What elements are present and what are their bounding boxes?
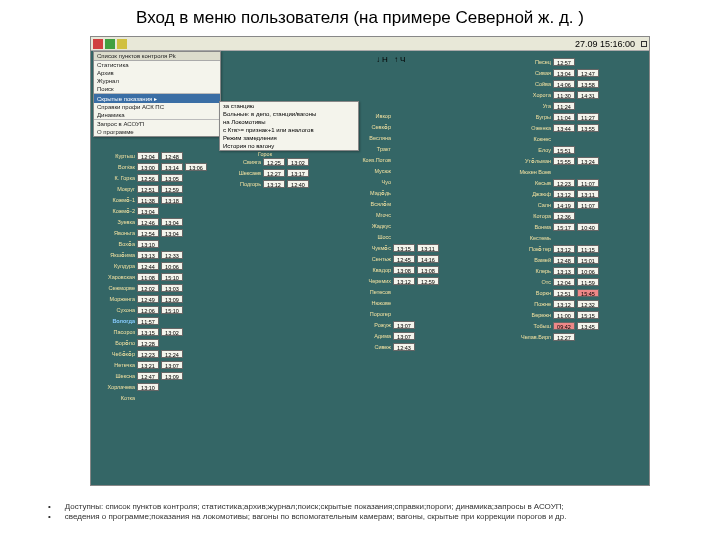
time-value[interactable]: 12:57 [553,58,575,66]
time-value[interactable]: 13:07 [393,321,415,329]
menu-item[interactable]: Динамика [94,111,220,119]
time-value[interactable]: 11:30 [553,91,575,99]
context-menu[interactable]: Список пунктов контроля Pk СтатистикаАрх… [93,51,221,137]
time-value[interactable]: 12:45 [393,255,415,263]
time-value[interactable]: 12:23 [137,350,159,358]
time-value[interactable]: 13:18 [161,196,183,204]
time-value[interactable]: 12:51 [137,185,159,193]
menu-item[interactable]: Справки профи АСК ПС [94,103,220,111]
time-value[interactable]: 15:17 [553,223,575,231]
time-value[interactable]: 13:04 [553,69,575,77]
time-value[interactable]: 14:06 [553,80,575,88]
time-value[interactable]: 13:08 [393,266,415,274]
submenu-item[interactable]: История по вагону [220,142,358,150]
time-value[interactable]: 13:15 [137,328,159,336]
time-value[interactable]: 11:15 [577,245,599,253]
time-value[interactable]: 11:38 [137,196,159,204]
time-value[interactable]: 12:23 [553,179,575,187]
time-value[interactable]: 12:49 [137,295,159,303]
time-value[interactable]: 15:10 [161,306,183,314]
time-value[interactable]: 13:03 [161,284,183,292]
time-value[interactable]: 14:19 [553,201,575,209]
submenu-item[interactable]: с Ктв>= признак+1 или аналогов [220,126,358,134]
time-value[interactable]: 09:42 [553,322,575,330]
time-value[interactable]: 15:51 [553,146,575,154]
time-value[interactable]: 12:33 [161,251,183,259]
tb-icon-2[interactable] [105,39,115,49]
time-value[interactable]: 12:44 [137,262,159,270]
time-value[interactable]: 13:44 [553,124,575,132]
tb-icon-1[interactable] [93,39,103,49]
time-value[interactable]: 13:12 [553,245,575,253]
time-value[interactable]: 12:36 [553,212,575,220]
time-value[interactable]: 10:40 [577,223,599,231]
time-value[interactable]: 15:15 [577,311,599,319]
time-value[interactable]: 13:14 [161,163,183,171]
menu-item[interactable]: Запрос в АСОУП [94,120,220,128]
time-value[interactable]: 12:32 [577,300,599,308]
time-value[interactable]: 13:04 [161,229,183,237]
time-value[interactable]: 13:07 [393,332,415,340]
time-value[interactable]: 13:15 [393,244,415,252]
time-value[interactable]: 12:27 [263,169,285,177]
time-value[interactable]: 13:12 [393,277,415,285]
submenu-item[interactable]: Больные: в депо, станции/вагоны [220,110,358,118]
time-value[interactable]: 12:04 [553,278,575,286]
time-value[interactable]: 13:12 [553,190,575,198]
time-value[interactable]: 12:06 [137,306,159,314]
time-value[interactable]: 13:06 [185,163,207,171]
time-value[interactable]: 11:57 [137,317,159,325]
menu-item[interactable]: Архив [94,69,220,77]
time-value[interactable]: 11:27 [577,113,599,121]
time-value[interactable]: 12:48 [161,152,183,160]
time-value[interactable]: 12:48 [553,256,575,264]
time-value[interactable]: 12:04 [137,152,159,160]
time-value[interactable]: 12:46 [137,218,159,226]
time-value[interactable]: 13:13 [137,251,159,259]
time-value[interactable]: 12:47 [577,69,599,77]
menu-item[interactable]: Журнал [94,77,220,85]
time-value[interactable]: 13:09 [161,295,183,303]
time-value[interactable]: 11:07 [577,201,599,209]
time-value[interactable]: 12:59 [417,277,439,285]
time-value[interactable]: 13:17 [287,169,309,177]
time-value[interactable]: 13:00 [137,163,159,171]
time-value[interactable]: 13:10 [137,240,159,248]
menu-item[interactable]: Статистика [94,61,220,69]
time-value[interactable]: 12:02 [137,284,159,292]
time-value[interactable]: 13:13 [553,267,575,275]
time-value[interactable]: 13:10 [137,383,159,391]
time-value[interactable]: 13:07 [161,361,183,369]
time-value[interactable]: 12:40 [287,180,309,188]
time-value[interactable]: 14:31 [577,91,599,99]
tb-icon-3[interactable] [117,39,127,49]
time-value[interactable]: 13:11 [417,244,439,252]
time-value[interactable]: 11:04 [553,113,575,121]
time-value[interactable]: 12:27 [553,333,575,341]
menu-item[interactable]: Скрытые показания ▸ [94,94,220,103]
time-value[interactable]: 12:56 [137,174,159,182]
time-value[interactable]: 10:06 [577,267,599,275]
time-value[interactable]: 12:59 [161,185,183,193]
time-value[interactable]: 12:28 [137,339,159,347]
time-value[interactable]: 13:08 [417,266,439,274]
time-value[interactable]: 12:43 [393,343,415,351]
time-value[interactable]: 13:02 [161,328,183,336]
time-value[interactable]: 13:24 [577,157,599,165]
time-value[interactable]: 14:16 [417,255,439,263]
time-value[interactable]: 13:21 [137,361,159,369]
time-value[interactable]: 11:07 [577,179,599,187]
time-value[interactable]: 10:06 [161,262,183,270]
time-value[interactable]: 12:47 [137,372,159,380]
time-value[interactable]: 12:51 [553,289,575,297]
submenu-item[interactable]: Режим замедления [220,134,358,142]
time-value[interactable]: 13:12 [553,300,575,308]
context-submenu[interactable]: за станциюБольные: в депо, станции/вагон… [219,101,359,151]
time-value[interactable]: 13:11 [577,190,599,198]
time-value[interactable]: 13:45 [577,322,599,330]
time-value[interactable]: 12:24 [161,350,183,358]
time-value[interactable]: 11:24 [553,102,575,110]
menu-item[interactable]: О программе [94,128,220,136]
time-value[interactable]: 15:10 [161,273,183,281]
menu-item[interactable]: Поиск [94,85,220,93]
